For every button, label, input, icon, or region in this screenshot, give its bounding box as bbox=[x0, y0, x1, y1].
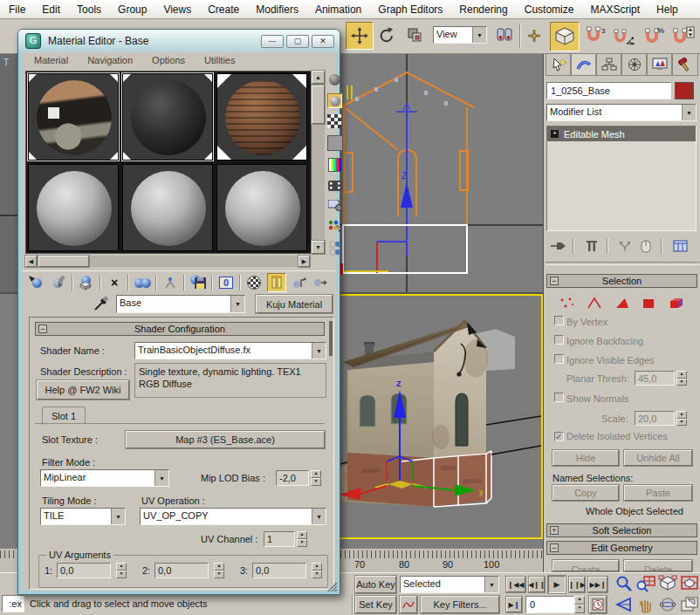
sample-slot-2[interactable] bbox=[122, 73, 213, 161]
angle-snap-button[interactable] bbox=[611, 24, 637, 48]
shader-name-dropdown[interactable]: TrainBasicObjectDiffuse.fx ▼ bbox=[134, 342, 326, 359]
arc-rotate-button[interactable] bbox=[658, 596, 677, 613]
edit-geometry-rollout-header[interactable]: − Edit Geometry bbox=[546, 541, 697, 555]
me-menu-navigation[interactable]: Navigation bbox=[87, 55, 133, 68]
show-end-result-button[interactable] bbox=[582, 237, 601, 255]
uv-channel-spinner[interactable]: ▲▼ bbox=[297, 531, 307, 547]
menu-edit[interactable]: Edit bbox=[42, 3, 60, 16]
select-and-move-button[interactable] bbox=[346, 22, 374, 50]
menu-tools[interactable]: Tools bbox=[77, 3, 101, 16]
filter-mode-dropdown[interactable]: MipLinear ▼ bbox=[40, 469, 169, 487]
arg2-field[interactable]: 0,0 bbox=[154, 563, 209, 578]
sample-slot-3-active[interactable] bbox=[216, 73, 307, 161]
slots-horizontal-scrollbar[interactable]: ◀ ▶ bbox=[25, 256, 310, 267]
scroll-right-arrow[interactable]: ▶ bbox=[299, 256, 310, 267]
make-unique-button[interactable] bbox=[615, 237, 635, 255]
ignore-backfacing-checkbox[interactable] bbox=[554, 335, 564, 345]
by-vertex-checkbox[interactable] bbox=[554, 316, 564, 325]
make-preview-button[interactable] bbox=[327, 179, 342, 192]
help-fw2-wiki-button[interactable]: Help @ FW2 Wiki bbox=[37, 380, 129, 400]
expand-icon[interactable]: + bbox=[550, 526, 559, 535]
auto-key-button[interactable]: Auto Key bbox=[355, 576, 396, 593]
me-menu-material[interactable]: Material bbox=[34, 55, 68, 68]
menu-rendering[interactable]: Rendering bbox=[459, 3, 507, 16]
tab-utilities[interactable] bbox=[672, 54, 698, 76]
put-to-library-button[interactable] bbox=[189, 274, 208, 291]
slot-1-tab[interactable]: Slot 1 bbox=[42, 407, 86, 425]
object-name-field[interactable]: 1_0256_Base bbox=[546, 82, 671, 99]
zoom-button[interactable] bbox=[614, 575, 634, 592]
material-name-dropdown[interactable]: Base ▼ bbox=[116, 295, 245, 313]
snap-3d-button[interactable]: 3 bbox=[583, 24, 607, 48]
menu-group[interactable]: Group bbox=[118, 3, 147, 16]
pan-view-button[interactable] bbox=[636, 596, 655, 613]
edge-subobject-icon[interactable] bbox=[586, 297, 603, 310]
select-and-scale-button[interactable] bbox=[401, 22, 428, 48]
go-to-start-button[interactable]: ❙◀◀ bbox=[506, 577, 525, 592]
material-type-button[interactable]: Kuju Material bbox=[256, 295, 333, 313]
expand-icon[interactable]: + bbox=[551, 130, 559, 138]
tab-motion[interactable] bbox=[621, 54, 647, 76]
current-frame-field[interactable]: 0 bbox=[525, 596, 574, 613]
sample-slot-6[interactable] bbox=[216, 164, 307, 251]
pin-stack-button[interactable] bbox=[549, 237, 568, 255]
scale-spinner[interactable]: ▲▼ bbox=[676, 411, 687, 426]
select-and-rotate-button[interactable] bbox=[374, 22, 400, 48]
delete-isolated-checkbox[interactable]: ✓ bbox=[554, 432, 564, 441]
soft-selection-rollout-header[interactable]: + Soft Selection bbox=[546, 523, 697, 537]
collapse-icon[interactable]: − bbox=[550, 543, 559, 552]
show-end-result-button[interactable] bbox=[267, 273, 286, 292]
remove-modifier-button[interactable] bbox=[636, 237, 655, 255]
key-mode-toggle-button[interactable]: ▶❙ bbox=[506, 597, 522, 612]
create-button[interactable]: Create bbox=[552, 560, 619, 571]
backlight-button[interactable] bbox=[327, 93, 342, 108]
key-filters-button[interactable]: Key Filters... bbox=[421, 596, 499, 613]
options-button[interactable] bbox=[327, 198, 342, 212]
scrollbar-thumb[interactable] bbox=[312, 85, 325, 124]
reset-map-button[interactable]: × bbox=[105, 274, 124, 291]
ignore-visible-edges-checkbox[interactable] bbox=[554, 354, 564, 364]
go-to-end-button[interactable]: ▶▶❙ bbox=[588, 577, 607, 592]
arg3-spinner[interactable]: ▲▼ bbox=[312, 563, 322, 578]
show-map-in-viewport-button[interactable] bbox=[244, 274, 264, 291]
maximize-button[interactable]: ▢ bbox=[286, 35, 309, 48]
mip-lod-bias-spinner[interactable]: ▲▼ bbox=[311, 470, 321, 486]
percent-snap-button[interactable]: % bbox=[642, 24, 667, 48]
polygon-subobject-icon[interactable] bbox=[642, 297, 657, 310]
sample-slot-5[interactable] bbox=[122, 164, 213, 251]
collapse-icon[interactable]: − bbox=[38, 325, 47, 333]
menu-maxscript[interactable]: MAXScript bbox=[590, 3, 640, 16]
arg1-spinner[interactable]: ▲▼ bbox=[116, 563, 127, 578]
arg3-field[interactable]: 0,0 bbox=[252, 563, 306, 578]
get-material-button[interactable] bbox=[27, 274, 46, 291]
delete-button[interactable]: Delete bbox=[624, 560, 692, 571]
maximize-viewport-toggle-button[interactable] bbox=[680, 596, 699, 613]
scroll-up-arrow[interactable]: ▲ bbox=[312, 71, 325, 84]
selection-set-dropdown[interactable]: Selected ▼ bbox=[400, 576, 499, 593]
tab-create[interactable] bbox=[546, 54, 571, 76]
sample-slot-1[interactable] bbox=[28, 73, 119, 161]
tiling-mode-dropdown[interactable]: TILE ▼ bbox=[40, 508, 126, 525]
vertex-subobject-icon[interactable] bbox=[558, 297, 575, 310]
material-id-channel-button[interactable]: 0 bbox=[216, 274, 236, 291]
modifier-list-dropdown[interactable]: Modifier List ▼ bbox=[546, 104, 697, 121]
resize-grip[interactable] bbox=[326, 581, 338, 592]
default-in-out-tangents-button[interactable] bbox=[400, 596, 417, 613]
frame-spinner[interactable]: ▲▼ bbox=[574, 596, 585, 613]
arg1-field[interactable]: 0,0 bbox=[57, 563, 111, 578]
planar-thresh-field[interactable]: 45,0 bbox=[635, 371, 675, 386]
spinner-snap-button[interactable] bbox=[670, 24, 697, 48]
select-and-manipulate-button[interactable] bbox=[524, 24, 545, 47]
play-button[interactable]: ▶ bbox=[548, 576, 566, 593]
zoom-extents-button[interactable] bbox=[658, 575, 677, 592]
next-frame-button[interactable]: ❙❙▶ bbox=[569, 577, 585, 592]
planar-thresh-spinner[interactable]: ▲▼ bbox=[676, 371, 687, 386]
scroll-left-arrow[interactable]: ◀ bbox=[25, 256, 37, 267]
configure-modifier-sets-button[interactable] bbox=[669, 237, 690, 255]
me-menu-utilities[interactable]: Utilities bbox=[204, 55, 235, 68]
rollout-scrollbar[interactable] bbox=[329, 321, 333, 356]
put-material-to-scene-button[interactable] bbox=[48, 274, 67, 291]
perspective-viewport[interactable]: Z y bbox=[334, 294, 543, 539]
pick-material-from-object-button[interactable] bbox=[92, 295, 111, 312]
menu-graph-editors[interactable]: Graph Editors bbox=[378, 3, 443, 16]
